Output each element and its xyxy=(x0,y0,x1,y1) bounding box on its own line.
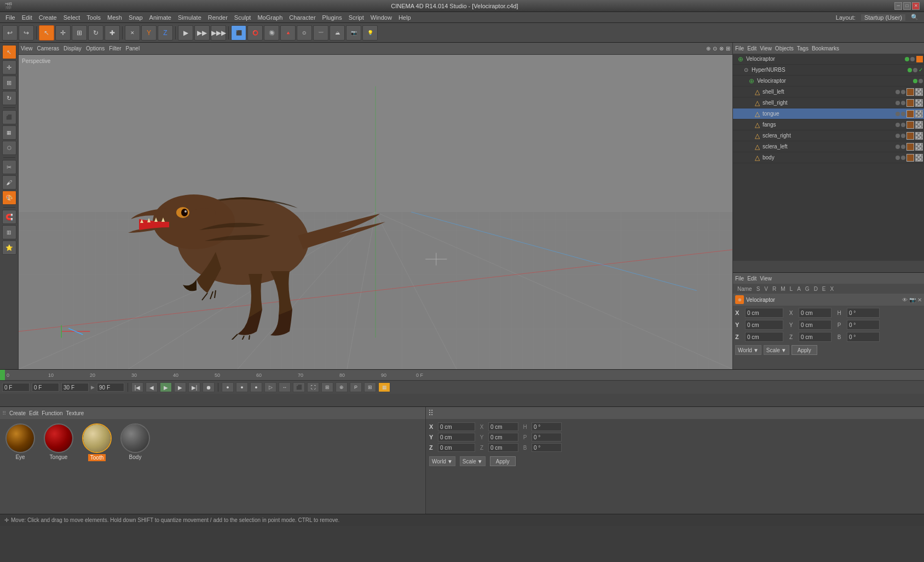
tf-y-pos[interactable]: 0 cm xyxy=(438,433,475,441)
lt-paint[interactable]: 🎨 xyxy=(2,191,16,205)
vp-icon2[interactable]: ⊙ xyxy=(713,45,717,51)
lt-rotate[interactable]: ↻ xyxy=(2,91,16,105)
coord-x-pos[interactable]: 0 cm xyxy=(745,308,783,318)
lt-magnet[interactable]: 🧲 xyxy=(2,210,16,224)
mat-item-tongue[interactable]: Tongue xyxy=(43,423,74,460)
menu-tools[interactable]: Tools xyxy=(83,14,104,21)
tc-mode4[interactable]: ▷ xyxy=(264,382,276,392)
tc-record[interactable]: ⏺ xyxy=(203,382,215,392)
render-settings-button[interactable]: ▶▶ xyxy=(194,25,210,41)
tc-go-end[interactable]: ▶| xyxy=(188,382,200,392)
om-menu-view[interactable]: View xyxy=(760,45,772,51)
lt-select[interactable]: ↖ xyxy=(2,45,16,59)
vp-menu-view[interactable]: View xyxy=(21,45,33,51)
attr-x-icon[interactable]: ✕ xyxy=(917,297,922,303)
menu-help[interactable]: Help xyxy=(395,14,414,21)
tc-arrows5[interactable]: ⊞ xyxy=(364,382,376,392)
om-menu-bookmarks[interactable]: Bookmarks xyxy=(812,45,839,51)
attr-menu-view[interactable]: View xyxy=(760,276,772,282)
coord-z-pos[interactable]: 0 cm xyxy=(745,332,783,342)
menu-edit[interactable]: Edit xyxy=(19,14,36,21)
om-row-sclera-right[interactable]: △ sclera_right xyxy=(733,130,924,141)
vp-menu-options[interactable]: Options xyxy=(86,45,105,51)
torus-button[interactable]: ⊙ xyxy=(297,25,312,41)
timeline-ruler[interactable]: 0 10 20 30 40 50 60 70 80 90 0 F xyxy=(0,370,924,381)
om-menu-file[interactable]: File xyxy=(735,45,744,51)
om-row-body[interactable]: △ body xyxy=(733,152,924,163)
light-button[interactable]: 💡 xyxy=(362,25,378,41)
lt-star[interactable]: ⭐ xyxy=(2,240,16,255)
om-row-tongue[interactable]: △ tongue xyxy=(733,108,924,119)
vp-menu-panel[interactable]: Panel xyxy=(126,45,140,51)
tf-b-rot[interactable]: 0 ° xyxy=(532,443,562,452)
lt-knife[interactable]: ✂ xyxy=(2,160,16,174)
vp-icon3[interactable]: ⊗ xyxy=(719,45,724,51)
rotate-tool-button[interactable]: ↻ xyxy=(88,25,103,41)
attr-camera-icon[interactable]: 📷 xyxy=(909,297,916,303)
tf-world-dropdown[interactable]: World ▼ xyxy=(429,456,455,466)
om-row-sclera-left[interactable]: △ sclera_left xyxy=(733,141,924,152)
menu-mograph[interactable]: MoGraph xyxy=(254,14,286,21)
tc-arrows4[interactable]: P xyxy=(350,382,362,392)
coord-h-rot[interactable]: 0 ° xyxy=(847,308,880,318)
mat-item-tooth[interactable]: Tooth xyxy=(81,423,113,461)
menu-render[interactable]: Render xyxy=(205,14,231,21)
tc-fps[interactable]: 30 F xyxy=(61,383,89,392)
menu-window[interactable]: Window xyxy=(367,14,395,21)
attr-menu-edit[interactable]: Edit xyxy=(747,276,756,282)
tc-current-frame[interactable]: 0 F xyxy=(2,383,30,392)
tc-timeline-btn[interactable]: ▦ xyxy=(378,382,390,392)
render-button[interactable]: ▶ xyxy=(178,25,193,41)
tc-mode2[interactable]: ● xyxy=(236,382,248,392)
menu-select[interactable]: Select xyxy=(60,14,84,21)
deform-button[interactable]: 〰 xyxy=(313,25,328,41)
lt-mode3[interactable]: ⬡ xyxy=(2,141,16,155)
mat-menu-texture[interactable]: Texture xyxy=(66,410,84,416)
tc-go-start[interactable]: |◀ xyxy=(131,382,143,392)
tf-h-rot[interactable]: 0 ° xyxy=(532,422,562,431)
tc-arrows3[interactable]: ⊕ xyxy=(336,382,348,392)
tf-z-size[interactable]: 0 cm xyxy=(488,443,518,452)
render-all-button[interactable]: ▶▶▶ xyxy=(211,25,226,41)
menu-character[interactable]: Character xyxy=(286,14,319,21)
cube-button[interactable]: ⬛ xyxy=(231,25,246,41)
sphere-button[interactable]: ⭕ xyxy=(247,25,263,41)
coord-world-dropdown[interactable]: World ▼ xyxy=(735,345,761,355)
om-row-velociraptor-root[interactable]: ⊕ Velociraptor xyxy=(733,54,924,65)
mat-menu-edit[interactable]: Edit xyxy=(29,410,38,416)
tc-next-frame[interactable]: ▶ xyxy=(174,382,186,392)
lt-move[interactable]: ✛ xyxy=(2,60,16,74)
menu-snap[interactable]: Snap xyxy=(125,14,146,21)
viewport[interactable]: Perspective xyxy=(19,55,732,369)
tc-arrows2[interactable]: ⊞ xyxy=(321,382,333,392)
coord-x-size[interactable]: 0 cm xyxy=(799,308,831,318)
undo-button[interactable]: ↩ xyxy=(2,25,18,41)
menu-sculpt[interactable]: Sculpt xyxy=(231,14,255,21)
vp-menu-filter[interactable]: Filter xyxy=(109,45,121,51)
coord-b-rot[interactable]: 0 ° xyxy=(847,332,880,342)
tc-mode1[interactable]: ● xyxy=(222,382,234,392)
lt-mode2[interactable]: ▦ xyxy=(2,125,16,140)
coord-p-rot[interactable]: 0 ° xyxy=(847,320,880,330)
vp-menu-cameras[interactable]: Cameras xyxy=(37,45,60,51)
menu-animate[interactable]: Animate xyxy=(146,14,175,21)
tf-apply-button[interactable]: Apply xyxy=(490,456,516,466)
tc-mode6[interactable]: ⬛ xyxy=(293,382,305,392)
lt-brush[interactable]: 🖌 xyxy=(2,175,16,190)
coord-y-size[interactable]: 0 cm xyxy=(799,320,831,330)
menu-plugins[interactable]: Plugins xyxy=(319,14,345,21)
om-menu-objects[interactable]: Objects xyxy=(775,45,794,51)
tf-x-size[interactable]: 0 cm xyxy=(488,422,518,431)
attr-eye-icon[interactable]: 👁 xyxy=(902,297,908,303)
menu-script[interactable]: Script xyxy=(345,14,367,21)
add-object-button[interactable]: ✚ xyxy=(105,25,120,41)
camera-button[interactable]: 📷 xyxy=(346,25,361,41)
menu-mesh[interactable]: Mesh xyxy=(104,14,125,21)
tc-arrows1[interactable]: ⛶ xyxy=(307,382,319,392)
om-row-velociraptor-child[interactable]: ⊕ Velociraptor xyxy=(733,76,924,87)
layout-search-icon[interactable]: 🔍 xyxy=(908,14,922,21)
attr-menu-file[interactable]: File xyxy=(735,276,744,282)
vp-icon1[interactable]: ⊕ xyxy=(706,45,711,51)
tc-prev-frame[interactable]: ◀ xyxy=(146,382,158,392)
coord-scale-dropdown[interactable]: Scale ▼ xyxy=(764,345,789,355)
